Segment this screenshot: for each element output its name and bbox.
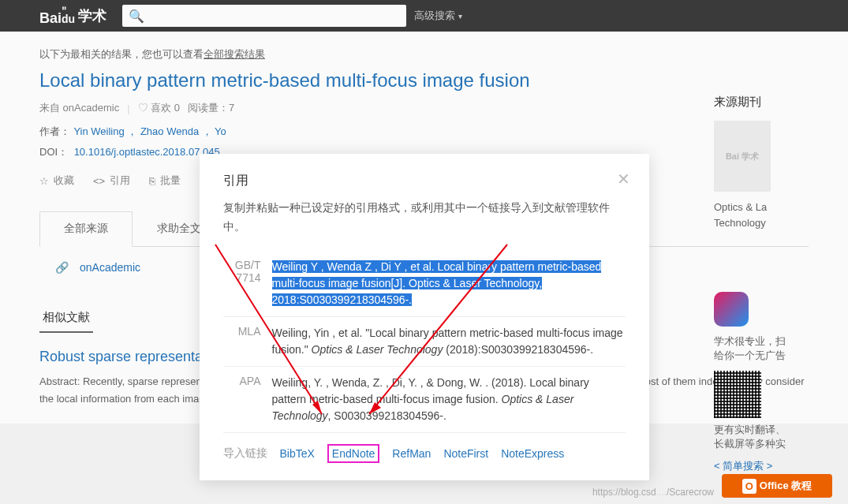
export-noteexpress[interactable]: NoteExpress <box>501 447 564 460</box>
modal-hint: 复制并粘贴一种已设定好的引用格式，或利用其中一个链接导入到文献管理软件中。 <box>223 199 626 237</box>
office-logo: O Office 教程 <box>722 474 832 498</box>
export-refman[interactable]: RefMan <box>392 447 431 460</box>
cite-label-gbt: GB/T 7714 <box>223 259 261 308</box>
cite-row-gbt: GB/T 7714 Weiling Y , Wenda Z , Di Y , e… <box>223 251 626 317</box>
close-icon[interactable]: ✕ <box>617 170 630 189</box>
cite-row-mla: MLA Weiling, Yin , et al. "Local binary … <box>223 317 626 367</box>
export-bibtex[interactable]: BibTeX <box>280 447 315 460</box>
cite-body-mla[interactable]: Weiling, Yin , et al. "Local binary patt… <box>272 325 626 358</box>
watermark: https://blog.csd..../Scarecrow <box>592 487 714 498</box>
export-endnote[interactable]: EndNote <box>327 444 379 463</box>
cite-label-mla: MLA <box>223 325 261 358</box>
cite-modal: ✕ 引用 复制并粘贴一种已设定好的引用格式，或利用其中一个链接导入到文献管理软件… <box>200 154 649 480</box>
modal-overlay[interactable]: ✕ 引用 复制并粘贴一种已设定好的引用格式，或利用其中一个链接导入到文献管理软件… <box>0 0 848 504</box>
cite-body-gbt[interactable]: Weiling Y , Wenda Z , Di Y , et al. Loca… <box>272 259 626 308</box>
export-row: 导入链接 BibTeX EndNote RefMan NoteFirst Not… <box>223 444 626 463</box>
cite-row-apa: APA Weiling, Y. , Wenda, Z. , Di, Y. , &… <box>223 367 626 433</box>
cite-label-apa: APA <box>223 375 261 424</box>
export-label: 导入链接 <box>223 446 267 461</box>
modal-title: 引用 <box>223 173 626 189</box>
export-notefirst[interactable]: NoteFirst <box>443 447 488 460</box>
cite-body-apa[interactable]: Weiling, Y. , Wenda, Z. , Di, Y. , & Don… <box>272 375 626 424</box>
